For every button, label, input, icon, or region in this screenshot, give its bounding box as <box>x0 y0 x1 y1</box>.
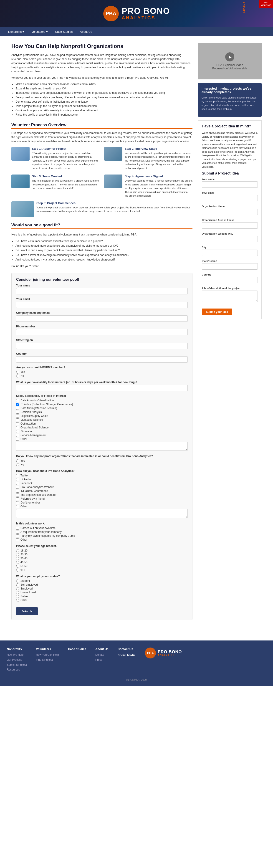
proj-org-name-input[interactable] <box>202 209 258 215</box>
hear-other-textarea[interactable] <box>16 509 188 518</box>
age-51-60-radio[interactable] <box>16 565 19 568</box>
nav-case-studies[interactable]: Case Studies <box>52 27 76 36</box>
hear-informs-check[interactable] <box>16 490 19 493</box>
age-41-50-radio[interactable] <box>16 561 19 564</box>
vol-company-req-check[interactable] <box>16 531 19 533</box>
nav-nonprofits[interactable]: Nonprofits ▾ <box>5 27 28 36</box>
hear-facebook-check[interactable] <box>16 482 19 485</box>
site-header: PBA PRO BONO ANALYTICS INFORMS ENDVIOLEN… <box>0 0 273 27</box>
footer-link-how-can-help[interactable]: How You Can Help <box>36 653 59 657</box>
age-18-20-radio[interactable] <box>16 549 19 552</box>
hear-org-check[interactable] <box>16 494 19 496</box>
footer-link-resources[interactable]: Resources <box>7 667 27 672</box>
hear-website-check[interactable] <box>16 486 19 489</box>
proj-country-label: Country <box>202 273 258 276</box>
skill-data-analytics-check[interactable] <box>16 399 19 402</box>
vol-partly-check[interactable] <box>16 534 19 537</box>
informs-yes-radio[interactable] <box>16 371 19 374</box>
name-input[interactable] <box>16 288 188 294</box>
footer-link-our-process[interactable]: Our Process <box>7 657 27 662</box>
age-21-30-radio[interactable] <box>16 553 19 556</box>
footer-link-donate[interactable]: Donate <box>95 653 109 657</box>
email-input[interactable] <box>16 302 188 308</box>
informs-yes-label: Yes <box>21 370 25 374</box>
emp-self: Self employed <box>16 583 188 586</box>
nonprofits-no-radio[interactable] <box>16 463 19 466</box>
skill-marketing-check[interactable] <box>16 418 19 422</box>
interest-box[interactable]: Interested in what projects we've alread… <box>198 83 262 117</box>
nav-about[interactable]: About Us <box>76 27 96 36</box>
phone-group: Phone number <box>16 325 188 335</box>
skill-data-mining-check[interactable] <box>16 407 19 410</box>
nav-volunteers[interactable]: Volunteers ▾ <box>28 27 52 36</box>
right-column: PBA Explainer video Focused on Volunteer… <box>198 43 262 625</box>
step-2-image <box>104 147 122 161</box>
hear-other-check[interactable] <box>16 505 19 508</box>
phone-input[interactable] <box>16 329 188 335</box>
benefit-item: Be exposed to new analytics problems, di… <box>16 95 192 100</box>
step-4-content: Step 4: Agreements Signed Once your team… <box>125 175 192 198</box>
nonprofits-yes-radio[interactable] <box>16 459 19 462</box>
proj-city-input[interactable] <box>202 250 258 256</box>
skill-logistics-check[interactable] <box>16 414 19 417</box>
footer-link-find-project[interactable]: Find a Project <box>36 657 59 662</box>
emp-self-radio[interactable] <box>16 583 19 586</box>
availability-input[interactable] <box>16 385 188 391</box>
proj-org-focus-input[interactable] <box>202 222 258 229</box>
footer-case-studies-heading: Case studies <box>68 647 86 651</box>
skills-label: Skills, Specialties, or Fields of Intere… <box>16 394 188 398</box>
vol-own-time-check[interactable] <box>16 527 19 530</box>
footer-link-press[interactable]: Press <box>95 657 109 662</box>
proj-org-url-input[interactable] <box>202 236 258 242</box>
video-caption1: PBA Explainer video <box>216 63 243 67</box>
informs-no-label: No <box>21 374 24 377</box>
hear-other-text <box>16 509 188 519</box>
project-idea-box: Have a project idea in mind? We're alway… <box>198 120 262 319</box>
play-button[interactable] <box>225 52 234 61</box>
emp-retired-radio[interactable] <box>16 595 19 598</box>
country-input[interactable] <box>16 356 188 363</box>
hear-dont-remember-check[interactable] <box>16 501 19 504</box>
skill-it-policy-check[interactable] <box>16 403 19 406</box>
emp-unemployed-radio[interactable] <box>16 591 19 594</box>
informs-no-radio[interactable] <box>16 374 19 377</box>
proj-email-input[interactable] <box>202 195 258 202</box>
hear-twitter-check[interactable] <box>16 474 19 477</box>
skills-other-text <box>16 442 188 452</box>
emp-other-radio[interactable] <box>16 599 19 602</box>
company-group: Company name (optional) <box>16 311 188 322</box>
benefit-item: Interact with people who are passionate … <box>16 91 192 95</box>
hear-friend-check[interactable] <box>16 497 19 500</box>
join-us-button[interactable]: Join Us <box>16 607 38 615</box>
proj-desc-textarea[interactable] <box>202 290 258 302</box>
skill-simulation-check[interactable] <box>16 430 19 433</box>
end-violence-badge: ENDVIOLENCE <box>259 0 273 8</box>
state-input[interactable] <box>16 343 188 349</box>
skill-service-mgmt-check[interactable] <box>16 434 19 437</box>
emp-student-radio[interactable] <box>16 580 19 583</box>
informs-member-label: Are you a current INFORMS member? <box>16 366 188 369</box>
footer-link-how-we-help[interactable]: How We Help <box>7 653 27 657</box>
age-31-40-radio[interactable] <box>16 557 19 560</box>
nonprofits-yes: Yes <box>16 459 188 462</box>
proj-state-input[interactable] <box>202 263 258 270</box>
skill-decision-analysis-check[interactable] <box>16 411 19 414</box>
skills-other-textarea[interactable] <box>16 442 188 451</box>
submit-idea-button[interactable]: Submit your idea <box>202 309 232 315</box>
step-5: Step 5: Project Commences You and the pr… <box>11 202 192 217</box>
proj-name-input[interactable] <box>202 181 258 188</box>
skill-org-science-check[interactable] <box>16 426 19 429</box>
vol-other-check[interactable] <box>16 538 19 541</box>
company-input[interactable] <box>16 315 188 322</box>
emp-employed-radio[interactable] <box>16 587 19 590</box>
footer-link-submit-project[interactable]: Submit a Project <box>7 662 27 668</box>
proj-country-input[interactable] <box>202 277 258 283</box>
age-61-plus-radio[interactable] <box>16 568 19 571</box>
skill-other-check[interactable] <box>16 438 19 441</box>
video-placeholder: PBA Explainer video Focused on Volunteer… <box>198 43 262 80</box>
volunteer-type-label: Is this volunteer work: <box>16 522 188 525</box>
hear-linkedin-check[interactable] <box>16 478 19 481</box>
skill-optimization-check[interactable] <box>16 422 19 425</box>
name-group: Your name <box>16 284 188 294</box>
skill-logistics: Logistics/Supply Chain <box>16 414 188 417</box>
